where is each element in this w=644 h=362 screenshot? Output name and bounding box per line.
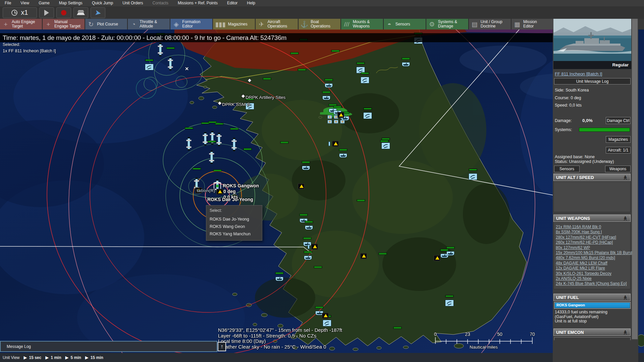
boat-unit[interactable] [303,242,311,246]
menu-item-view[interactable]: View [16,0,34,6]
context-menu-item[interactable]: ROKS Dae Jo-Yeong [206,216,262,223]
toolbar-button[interactable]: ▦ Mission Editor [512,19,553,29]
radar-unit[interactable] [469,173,477,180]
panel-header-unit-emcon[interactable]: UNIT EMCON ≪ [553,328,631,336]
boat-unit[interactable] [304,256,312,260]
boat-unit[interactable] [275,277,283,281]
base-unit[interactable] [434,255,440,261]
weapon-link[interactable]: 8x SSM-700K Hae Sung I [556,230,630,235]
diamond-unit[interactable] [218,102,221,105]
weapon-link[interactable]: 48x DAGAIE Mk2 LEM Chaff [556,261,630,266]
menu-item-editor[interactable]: Editor [222,0,242,6]
context-menu-item[interactable]: ROKS Yang Manchun [206,230,262,238]
toolbar-button[interactable]: ◔ Throttle & Altitude [128,19,170,29]
base-unit[interactable] [298,184,305,189]
radar-unit[interactable] [323,320,331,326]
ship-unit[interactable] [211,131,214,145]
diamond-unit[interactable] [248,79,251,82]
boat-unit[interactable] [446,251,454,256]
radar-unit[interactable] [363,112,372,119]
menu-item-contacts[interactable]: Contacts [148,0,173,6]
radar-unit[interactable] [381,142,390,149]
boat-unit[interactable] [302,166,310,170]
run-button[interactable] [39,7,54,18]
menu-item-missions-ref-points[interactable]: Missions + Ref. Points [173,0,222,6]
diamond-unit[interactable] [242,95,245,98]
toolbar-button[interactable]: ↻ Plot Course [85,19,127,29]
toolbar-button[interactable]: ▮▮▮ Magazines [213,19,255,29]
menu-item-unit-orders[interactable]: Unit Orders [118,0,148,6]
ship-unit[interactable] [218,132,221,146]
toolbar-button[interactable]: ⚙ Systems & Damage [426,19,468,29]
time-compression-button[interactable]: x1 [3,7,37,18]
weapon-link[interactable]: 24x K-745 Blue Shark [Chung Sang Eo] [556,281,630,286]
base-unit[interactable] [337,112,344,118]
weapon-link[interactable]: 260x 127mm/62 HE-PD [HiCap] [556,240,630,245]
bar-unit[interactable] [379,253,387,255]
map-viewport[interactable]: 0 23 50 70 Nautical miles ✕ DRPK Artille… [0,29,644,353]
boat-unit[interactable] [305,226,313,230]
menu-item-file[interactable]: File [0,0,16,6]
toolbar-button[interactable]: ◈ Formation Editor [170,19,212,29]
bar-unit[interactable] [298,69,306,71]
fuel-selected-row[interactable]: ROKS Gangwon [555,303,630,308]
ship-unit[interactable] [204,132,207,146]
weapon-link[interactable]: 21x RIM-116A RAM Blk 0 [556,225,630,230]
sidebar-scrollbar[interactable] [632,1,638,339]
menu-item-quick-jump[interactable]: Quick Jump [87,0,118,6]
record-button[interactable] [56,7,71,18]
unit-class-link[interactable]: FF 811 Incheon [Batch I] [555,71,602,76]
panel-header-unit-weapons[interactable]: UNIT WEAPONS ≪ [553,215,631,222]
weapon-link[interactable]: 30x K/SLQ-261 Torpedo Decoy [556,271,630,276]
ship-unit[interactable] [159,43,162,57]
collapse-icon[interactable]: ≪ [623,175,628,180]
ship-unit[interactable] [169,57,172,71]
fuel-unit-list[interactable]: ROKS Gangwon [554,302,631,309]
base-unit[interactable] [322,313,329,319]
collapse-icon[interactable]: ≪ [623,216,628,221]
boat-unit[interactable] [402,62,410,67]
menu-item-help[interactable]: Help [242,0,260,6]
base-unit[interactable] [360,253,367,259]
menu-item-game[interactable]: Game [34,0,54,6]
boat-unit[interactable] [325,83,333,88]
collapse-icon[interactable]: ≪ [623,295,628,300]
weapon-link[interactable]: 280x 127mm/62 HE-CVT [HiFrag] [556,235,630,240]
menu-item-map-settings[interactable]: Map Settings [54,0,87,6]
bar-unit[interactable] [244,148,252,150]
panel-header-alt-speed[interactable]: UNIT ALT / SPEED ≪ [553,174,631,181]
unit-message-log-button[interactable]: Unit Message Log [554,78,631,84]
toolbar-button[interactable]: ✈ Aircraft Operations [256,19,298,29]
bar-unit[interactable] [280,142,288,143]
bar-unit[interactable] [263,78,271,80]
base2-unit[interactable] [332,141,339,147]
bar-unit[interactable] [357,200,365,201]
magazines-button[interactable]: Magazines [606,136,631,143]
toolbar-button[interactable]: ▤ Unit / Group Doctrine [469,19,511,29]
message-log-bar[interactable]: Message Log [0,341,217,352]
radar-unit[interactable] [145,64,154,70]
toolbar-button[interactable]: + Manual Engage Target [43,19,85,29]
toolbar-button[interactable]: ◓ Sensors [384,19,426,29]
bar-unit[interactable] [290,53,299,54]
panel-header-unit-fuel[interactable]: UNIT FUEL ≪ [553,294,631,301]
weapon-link[interactable]: 12x DAGAIE Mk2 LIR Flare [556,266,630,271]
base2-unit[interactable] [311,244,318,250]
toolbar-button[interactable]: + Auto Engage Target [0,19,42,29]
interval-button[interactable]: ▶ 15 sec [19,355,41,360]
weapon-link[interactable]: 15x 20mm/100 Mk15 Phalanx Blk 1B Burst ] [556,250,630,255]
xmark-unit[interactable]: ✕ [185,66,189,71]
map-projection-button[interactable] [73,7,88,18]
damage-ctrl-button[interactable]: Damage Ctrl [606,117,631,124]
interval-button[interactable]: ▶ 15 min [81,355,103,360]
base-unit[interactable] [216,189,223,195]
boat-unit[interactable] [339,154,347,158]
radar-unit[interactable] [361,77,369,83]
sensors-button[interactable]: Sensors [554,166,580,172]
message-log-expand-button[interactable]: ↑ [218,342,226,351]
interval-button[interactable]: ▶ 5 min [61,355,81,360]
context-menu-item[interactable]: ROKS Wang Geon [206,223,262,230]
interval-button[interactable]: ▶ 1 min [41,355,61,360]
aircraft-button[interactable]: Aircraft: 1/1 [606,147,631,154]
radar-unit[interactable] [445,300,454,306]
